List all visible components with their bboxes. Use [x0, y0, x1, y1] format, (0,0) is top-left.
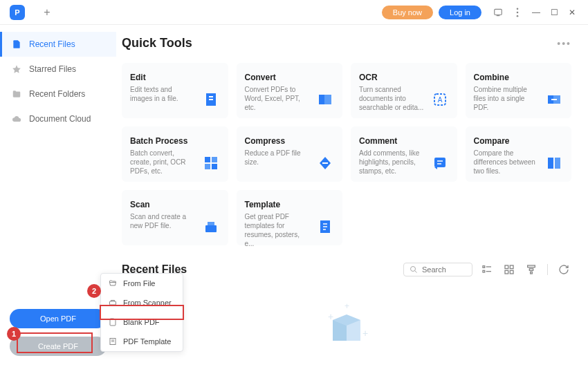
tool-icon — [316, 91, 334, 109]
tool-icon — [202, 154, 220, 172]
menu-item-from-scanner[interactable]: From Scanner — [101, 293, 183, 312]
app-logo: P — [10, 5, 25, 20]
tool-card-compress[interactable]: Compress Reduce a PDF file size. — [237, 126, 343, 182]
svg-text:A: A — [437, 96, 442, 104]
tool-card-ocr[interactable]: OCR Turn scanned documents into searchab… — [351, 63, 457, 118]
grid-view-icon[interactable] — [502, 262, 517, 277]
sidebar-item-recent-folders[interactable]: Recent Folders — [0, 82, 116, 106]
menu-item-label: From Scanner — [123, 299, 172, 307]
svg-rect-30 — [483, 270, 485, 272]
svg-rect-14 — [212, 157, 217, 162]
feedback-icon[interactable] — [491, 6, 505, 19]
quick-tools-title: Quick Tools — [122, 36, 192, 50]
menu-item-blank-pdf[interactable]: Blank PDF — [101, 312, 183, 332]
sidebar-item-starred-files[interactable]: Starred Files — [0, 57, 116, 82]
tool-title: Combine — [474, 73, 540, 82]
tool-icon — [202, 218, 220, 236]
blank-page-icon — [108, 317, 118, 327]
minimize-button[interactable]: — — [529, 5, 544, 20]
svg-point-28 — [411, 267, 416, 272]
tool-title: Convert — [245, 73, 311, 82]
refresh-icon[interactable] — [556, 262, 571, 277]
tool-card-combine[interactable]: Combine Combine multiple files into a si… — [466, 63, 572, 118]
svg-rect-0 — [495, 9, 502, 15]
menu-icon[interactable] — [511, 6, 524, 19]
tool-title: Edit — [130, 73, 196, 82]
svg-point-3 — [517, 15, 519, 17]
callout-badge-1: 1 — [7, 327, 21, 341]
list-view-icon[interactable] — [479, 262, 495, 277]
tool-card-compare[interactable]: Compare Compare the differences between … — [466, 126, 572, 182]
svg-point-2 — [517, 11, 519, 13]
maximize-button[interactable]: ☐ — [546, 5, 562, 20]
more-options-icon[interactable]: ••• — [557, 38, 571, 49]
sidebar-item-label: Document Cloud — [29, 114, 91, 124]
tool-icon — [545, 91, 563, 109]
star-icon — [11, 64, 22, 75]
svg-rect-21 — [555, 158, 560, 169]
tool-card-comment[interactable]: Comment Add comments, like highlights, p… — [351, 126, 457, 182]
svg-rect-13 — [205, 157, 210, 162]
folder-icon — [11, 88, 22, 100]
sidebar-item-document-cloud[interactable]: Document Cloud — [0, 106, 116, 131]
sidebar-item-recent-files[interactable]: Recent Files — [0, 32, 116, 57]
tool-grid: Edit Edit texts and images in a file. Co… — [122, 63, 571, 245]
close-button[interactable]: ✕ — [564, 5, 580, 20]
create-pdf-button[interactable]: Create PDF — [10, 337, 107, 356]
svg-rect-44 — [110, 301, 116, 305]
tool-icon — [545, 154, 563, 172]
svg-rect-17 — [434, 158, 445, 167]
titlebar: P + Buy now Log in — ☐ ✕ — [0, 0, 588, 25]
svg-rect-8 — [324, 95, 331, 104]
tool-card-batch-process[interactable]: Batch Process Batch convert, create, pri… — [122, 126, 228, 182]
tool-title: Scan — [130, 200, 196, 209]
filter-icon[interactable] — [524, 262, 539, 277]
main-content: Quick Tools ••• Edit Edit texts and imag… — [116, 25, 588, 367]
svg-rect-33 — [505, 265, 508, 269]
tool-card-convert[interactable]: Convert Convert PDFs to Word, Excel, PPT… — [237, 63, 343, 118]
buy-now-button[interactable]: Buy now — [382, 6, 433, 19]
empty-state: + + + — [122, 287, 571, 349]
menu-item-pdf-template[interactable]: PDF Template — [101, 332, 183, 351]
tool-card-edit[interactable]: Edit Edit texts and images in a file. — [122, 63, 228, 118]
tool-title: Comment — [359, 136, 425, 146]
svg-rect-36 — [510, 270, 513, 274]
tool-desc: Batch convert, create, print, OCR PDFs, … — [130, 149, 196, 176]
svg-rect-22 — [205, 225, 217, 232]
search-icon — [410, 265, 418, 274]
tool-title: OCR — [359, 73, 425, 82]
menu-item-label: Blank PDF — [123, 318, 160, 326]
svg-rect-37 — [528, 265, 535, 267]
svg-rect-29 — [483, 266, 485, 268]
open-pdf-button[interactable]: Open PDF — [10, 309, 107, 328]
tool-title: Template — [245, 200, 311, 209]
sidebar-item-label: Recent Folders — [29, 89, 85, 99]
tool-desc: Turn scanned documents into searchable o… — [359, 85, 425, 112]
tool-desc: Combine multiple files into a single PDF… — [474, 85, 540, 112]
scanner-icon — [108, 298, 118, 308]
login-button[interactable]: Log in — [439, 6, 481, 19]
menu-item-label: From File — [123, 279, 155, 288]
folder-open-icon — [108, 279, 118, 288]
menu-item-label: PDF Template — [123, 337, 172, 346]
tool-desc: Add comments, like highlights, pencils, … — [359, 149, 425, 176]
tool-title: Compare — [474, 136, 540, 146]
search-input[interactable] — [422, 265, 466, 274]
create-pdf-menu: From File From Scanner Blank PDF PDF Tem… — [100, 273, 183, 352]
svg-rect-15 — [205, 164, 210, 169]
menu-item-from-file[interactable]: From File — [101, 274, 183, 293]
tool-icon — [316, 218, 334, 236]
svg-rect-23 — [208, 222, 214, 225]
sidebar: Recent Files Starred Files Recent Folder… — [0, 25, 116, 367]
tool-icon — [202, 91, 220, 109]
new-tab-button[interactable]: + — [39, 4, 55, 21]
tool-icon — [316, 154, 334, 172]
tool-desc: Convert PDFs to Word, Excel, PPT, etc. — [245, 85, 311, 112]
callout-badge-2: 2 — [87, 284, 101, 298]
search-box[interactable] — [403, 263, 472, 276]
tool-desc: Get great PDF templates for resumes, pos… — [245, 212, 311, 248]
tool-card-template[interactable]: Template Get great PDF templates for res… — [237, 190, 343, 245]
tool-desc: Compare the differences between two file… — [474, 149, 540, 176]
svg-text:+: + — [328, 311, 333, 322]
tool-card-scan[interactable]: Scan Scan and create a new PDF file. — [122, 190, 228, 245]
